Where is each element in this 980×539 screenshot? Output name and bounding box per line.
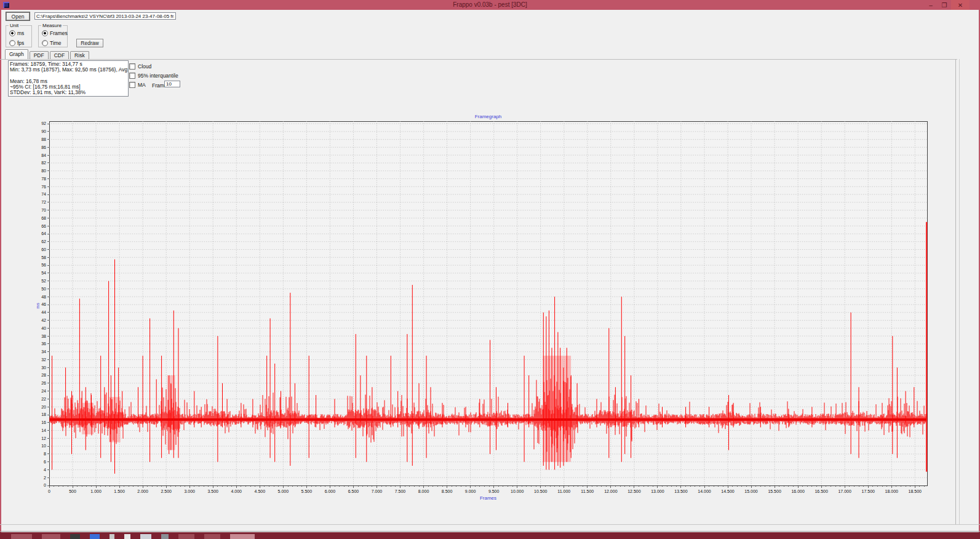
svg-text:18.500: 18.500 [909, 489, 922, 493]
stats-line: STDDev: 1,91 ms, VarK: 11,38% [10, 90, 127, 95]
svg-text:16: 16 [41, 420, 46, 425]
ma-label: MA [138, 82, 146, 88]
svg-text:72: 72 [41, 200, 46, 204]
svg-text:90: 90 [41, 129, 46, 134]
svg-text:8: 8 [44, 452, 46, 456]
svg-text:4.500: 4.500 [255, 489, 266, 493]
taskbar-icon-window[interactable] [140, 534, 151, 539]
svg-text:6.500: 6.500 [348, 489, 359, 493]
radio-fps[interactable]: fps [9, 40, 30, 46]
x-axis-label: Frames [480, 495, 496, 501]
cloud-checkbox[interactable] [129, 63, 135, 70]
radio-label: Frames [50, 30, 68, 36]
ma-option[interactable]: MA [129, 82, 146, 88]
taskbar-button-3[interactable] [178, 534, 194, 539]
measure-group-label: Measure [41, 23, 63, 28]
svg-text:8.000: 8.000 [418, 489, 429, 493]
radio-icon [42, 40, 48, 46]
taskbar-button-1[interactable] [11, 534, 32, 539]
svg-text:2.500: 2.500 [161, 489, 172, 493]
tab-page-border [0, 59, 957, 60]
taskbar-icon-n[interactable] [110, 534, 114, 539]
svg-text:10: 10 [41, 444, 46, 448]
radio-icon [42, 30, 48, 36]
y-axis-label: ms [36, 303, 40, 309]
svg-text:26: 26 [41, 381, 46, 385]
svg-text:4: 4 [44, 468, 46, 472]
svg-text:7.500: 7.500 [395, 489, 406, 493]
cloud-option[interactable]: Cloud [129, 63, 151, 70]
taskbar-icon-circle[interactable] [124, 534, 130, 539]
ma-checkbox[interactable] [129, 82, 135, 88]
taskbar-button-4[interactable] [204, 534, 220, 539]
close-button[interactable]: ✕ [951, 0, 970, 10]
svg-text:34: 34 [41, 349, 46, 354]
svg-text:62: 62 [41, 239, 46, 244]
bottom-separator-1 [0, 524, 980, 525]
svg-text:17.500: 17.500 [862, 489, 875, 493]
svg-text:44: 44 [41, 310, 46, 314]
svg-text:74: 74 [41, 192, 46, 196]
taskbar[interactable] [0, 532, 980, 539]
svg-text:1.000: 1.000 [90, 489, 102, 493]
svg-text:3.000: 3.000 [184, 489, 195, 493]
svg-text:11.500: 11.500 [581, 489, 594, 493]
svg-text:70: 70 [41, 208, 46, 212]
bottom-separator-2 [0, 531, 980, 532]
radio-icon [9, 30, 15, 36]
svg-text:16.000: 16.000 [791, 489, 805, 493]
interquantile-option[interactable]: 95% interquantile [129, 73, 178, 79]
svg-text:64: 64 [41, 231, 46, 236]
cloud-label: Cloud [138, 63, 151, 70]
panel-border-right [955, 59, 956, 524]
svg-text:42: 42 [41, 318, 46, 322]
file-path-input[interactable] [34, 12, 176, 20]
maximize-button[interactable]: ❐ [938, 0, 951, 10]
svg-text:12: 12 [41, 436, 46, 441]
unit-groupbox: Unit msfps [6, 25, 32, 47]
svg-text:66: 66 [41, 224, 46, 228]
svg-text:13.500: 13.500 [674, 489, 688, 493]
taskbar-button-active[interactable] [230, 534, 255, 539]
taskbar-icon-blue[interactable] [90, 534, 100, 539]
svg-text:14.500: 14.500 [721, 489, 735, 493]
svg-text:22: 22 [41, 397, 46, 401]
taskbar-icon-dark[interactable] [70, 534, 80, 539]
stats-line: Min: 3,73 ms (18757), Max: 92,50 ms (187… [10, 67, 127, 73]
tab-cdf[interactable]: CDF [50, 51, 69, 59]
svg-text:16.500: 16.500 [815, 489, 828, 493]
svg-text:12.000: 12.000 [604, 489, 618, 493]
svg-text:8.500: 8.500 [442, 489, 453, 493]
series-core [50, 418, 926, 421]
minimize-button[interactable]: – [924, 0, 938, 10]
radio-label: fps [17, 40, 24, 46]
open-button[interactable]: Open [6, 12, 30, 20]
svg-text:82: 82 [41, 161, 46, 165]
tab-pdf[interactable]: PDF [30, 51, 49, 59]
svg-text:36: 36 [41, 341, 46, 346]
svg-text:10.000: 10.000 [511, 489, 524, 493]
svg-text:0: 0 [48, 489, 50, 493]
radio-ms[interactable]: ms [9, 30, 30, 36]
taskbar-button-2[interactable] [42, 534, 60, 539]
svg-text:28: 28 [41, 373, 46, 377]
redraw-button[interactable]: Redraw [76, 39, 103, 47]
svg-text:54: 54 [41, 271, 46, 275]
svg-text:1.500: 1.500 [114, 489, 125, 493]
taskbar-icon-gray[interactable] [161, 534, 169, 539]
svg-text:18: 18 [41, 412, 46, 417]
svg-text:6: 6 [44, 460, 46, 464]
svg-text:18.000: 18.000 [885, 489, 899, 493]
svg-text:5.000: 5.000 [278, 489, 289, 493]
tab-risk[interactable]: Risk [70, 51, 89, 59]
radio-label: ms [17, 30, 24, 36]
frames-count-input[interactable] [164, 81, 180, 87]
interquantile-checkbox[interactable] [129, 73, 135, 79]
tab-graph[interactable]: Graph [5, 49, 28, 59]
radio-time[interactable]: Time [42, 40, 66, 46]
radio-frames[interactable]: Frames [42, 30, 66, 36]
svg-text:52: 52 [41, 279, 46, 283]
svg-text:15.500: 15.500 [768, 489, 781, 493]
svg-text:5.500: 5.500 [301, 489, 313, 493]
svg-text:76: 76 [41, 185, 46, 189]
